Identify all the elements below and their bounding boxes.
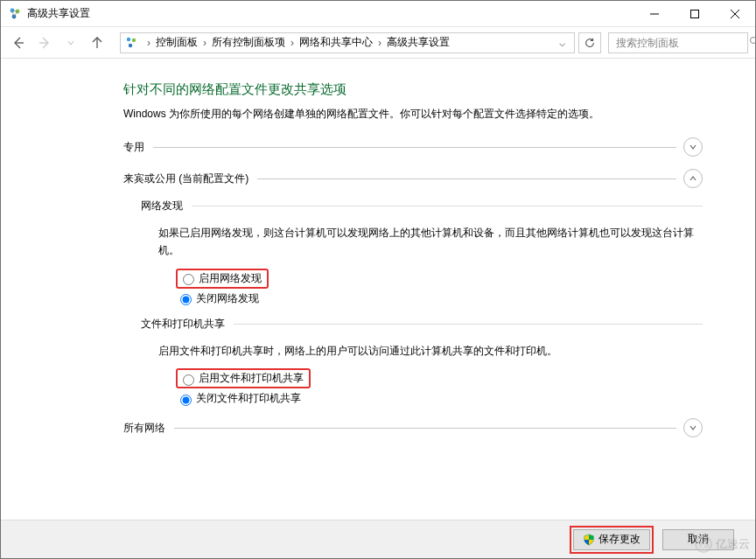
shield-icon bbox=[583, 534, 595, 546]
chevron-up-icon[interactable] bbox=[683, 169, 703, 188]
forward-button[interactable] bbox=[34, 32, 55, 53]
profile-all-networks: 所有网络 bbox=[123, 418, 703, 437]
breadcrumb-item[interactable]: 所有控制面板项 bbox=[210, 35, 287, 50]
svg-point-15 bbox=[129, 43, 132, 46]
window-title: 高级共享设置 bbox=[27, 6, 90, 21]
content-area: 针对不同的网络配置文件更改共享选项 Windows 为你所使用的每个网络创建单独… bbox=[1, 59, 755, 520]
profile-private: 专用 bbox=[123, 137, 703, 157]
radio-enable-filesharing[interactable] bbox=[183, 374, 194, 386]
back-button[interactable] bbox=[8, 32, 29, 53]
close-button[interactable] bbox=[715, 1, 755, 27]
radio-group-filesharing: 启用文件和打印机共享 关闭文件和打印机共享 bbox=[176, 368, 703, 406]
highlight-box: 保存更改 bbox=[570, 526, 654, 554]
chevron-right-icon[interactable]: › bbox=[200, 37, 210, 49]
section-description: 如果已启用网络发现，则这台计算机可以发现网络上的其他计算机和设备，而且其他网络计… bbox=[158, 224, 703, 260]
chevron-right-icon[interactable]: › bbox=[287, 37, 298, 49]
chevron-right-icon[interactable]: › bbox=[144, 37, 154, 49]
divider-line bbox=[257, 178, 676, 179]
bottom-bar: 保存更改 取消 bbox=[1, 520, 755, 558]
breadcrumb-item[interactable]: 网络和共享中心 bbox=[298, 35, 374, 50]
highlight-box: 启用网络发现 bbox=[176, 269, 269, 289]
chevron-right-icon[interactable]: › bbox=[374, 37, 385, 49]
watermark: YS 亿速云 bbox=[695, 535, 750, 553]
page-description: Windows 为你所使用的每个网络创建单独的网络配置文件。你可以针对每个配置文… bbox=[123, 107, 703, 122]
search-input[interactable] bbox=[614, 36, 749, 50]
section-title: 网络发现 bbox=[141, 199, 192, 213]
maximize-button[interactable] bbox=[675, 1, 715, 27]
section-description: 启用文件和打印机共享时，网络上的用户可以访问通过此计算机共享的文件和打印机。 bbox=[158, 342, 703, 360]
profile-header[interactable]: 来宾或公用 (当前配置文件) bbox=[123, 169, 703, 188]
page-heading: 针对不同的网络配置文件更改共享选项 bbox=[123, 81, 703, 98]
profile-title: 所有网络 bbox=[123, 421, 174, 436]
breadcrumb-root[interactable]: 控制面板 bbox=[154, 35, 200, 50]
address-bar[interactable]: › 控制面板 › 所有控制面板项 › 网络和共享中心 › 高级共享设置 ⌵ bbox=[120, 32, 575, 53]
profile-header[interactable]: 专用 bbox=[123, 137, 703, 157]
app-icon bbox=[8, 7, 22, 21]
window: 高级共享设置 › bbox=[0, 0, 756, 559]
section-file-sharing: 文件和打印机共享 启用文件和打印机共享时，网络上的用户可以访问通过此计算机共享的… bbox=[141, 317, 703, 406]
chevron-down-icon[interactable] bbox=[683, 418, 703, 437]
refresh-button[interactable] bbox=[578, 32, 601, 53]
profile-title: 专用 bbox=[123, 140, 153, 155]
watermark-icon: YS bbox=[695, 535, 712, 553]
divider-line bbox=[234, 324, 703, 325]
search-icon[interactable] bbox=[749, 36, 756, 49]
navbar: › 控制面板 › 所有控制面板项 › 网络和共享中心 › 高级共享设置 ⌵ bbox=[1, 27, 755, 59]
svg-point-16 bbox=[751, 38, 757, 44]
section-network-discovery: 网络发现 如果已启用网络发现，则这台计算机可以发现网络上的其他计算机和设备，而且… bbox=[141, 199, 703, 306]
minimize-button[interactable] bbox=[634, 1, 675, 27]
radio-disable-filesharing[interactable] bbox=[180, 395, 192, 406]
radio-label: 关闭网络发现 bbox=[196, 291, 259, 306]
radio-label: 启用文件和打印机共享 bbox=[199, 371, 304, 386]
radio-label: 关闭文件和打印机共享 bbox=[196, 391, 301, 406]
button-label: 保存更改 bbox=[598, 532, 640, 547]
divider-line bbox=[174, 428, 676, 429]
divider-line bbox=[192, 206, 703, 206]
search-box[interactable] bbox=[608, 32, 748, 53]
recent-dropdown[interactable] bbox=[60, 32, 81, 53]
section-title: 文件和打印机共享 bbox=[141, 317, 234, 332]
svg-rect-7 bbox=[691, 10, 699, 17]
titlebar: 高级共享设置 bbox=[1, 1, 755, 27]
radio-enable-discovery[interactable] bbox=[183, 274, 194, 285]
radio-group-discovery: 启用网络发现 关闭网络发现 bbox=[176, 269, 703, 306]
highlight-box: 启用文件和打印机共享 bbox=[176, 368, 311, 388]
breadcrumb-item[interactable]: 高级共享设置 bbox=[385, 35, 452, 50]
chevron-down-icon[interactable] bbox=[683, 137, 703, 157]
save-button[interactable]: 保存更改 bbox=[573, 529, 650, 550]
control-panel-icon bbox=[124, 36, 138, 50]
radio-disable-discovery[interactable] bbox=[180, 294, 192, 305]
up-button[interactable] bbox=[87, 32, 108, 53]
watermark-text: 亿速云 bbox=[716, 536, 750, 552]
radio-label: 启用网络发现 bbox=[199, 271, 262, 286]
svg-point-13 bbox=[127, 37, 130, 40]
profile-header[interactable]: 所有网络 bbox=[123, 418, 703, 437]
divider-line bbox=[153, 147, 676, 148]
svg-point-14 bbox=[132, 38, 136, 41]
profile-title: 来宾或公用 (当前配置文件) bbox=[123, 171, 257, 186]
profile-guest-public: 来宾或公用 (当前配置文件) 网络发现 如果已启用网络发现，则这台计算机可以发现… bbox=[123, 169, 703, 406]
address-dropdown-icon[interactable]: ⌵ bbox=[554, 37, 570, 49]
